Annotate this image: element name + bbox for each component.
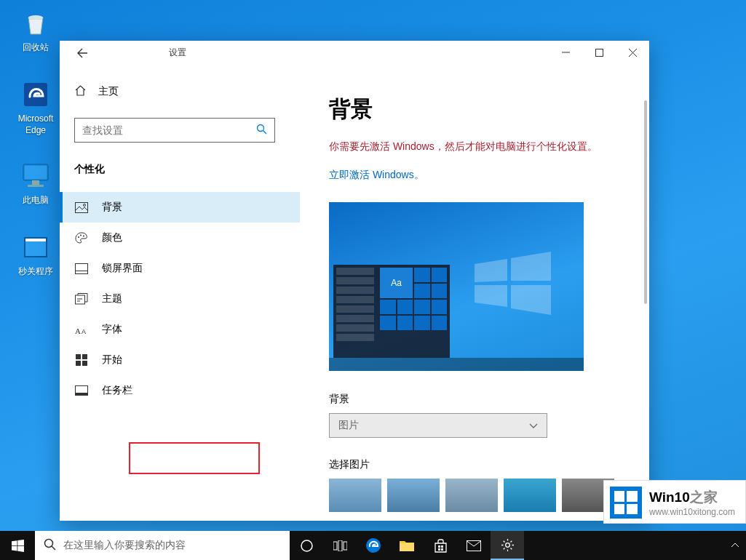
nav-lockscreen[interactable]: 锁屏界面: [60, 253, 300, 284]
palette-icon: [74, 231, 89, 244]
svg-point-39: [505, 543, 509, 547]
svg-rect-21: [76, 354, 81, 359]
svg-rect-4: [32, 180, 39, 185]
back-button[interactable]: [74, 45, 90, 61]
svg-rect-29: [333, 542, 337, 550]
svg-rect-35: [441, 545, 443, 548]
svg-point-27: [45, 540, 53, 548]
taskbar-explorer[interactable]: [390, 531, 424, 560]
svg-rect-17: [76, 271, 88, 273]
sidebar-section-title: 个性化: [60, 163, 300, 176]
svg-point-10: [258, 124, 264, 131]
svg-rect-11: [76, 202, 88, 212]
svg-rect-18: [76, 295, 85, 304]
background-dropdown-label: 背景: [329, 393, 620, 406]
nav-colors[interactable]: 颜色: [60, 223, 300, 253]
taskbar-edge[interactable]: [357, 531, 390, 560]
svg-rect-5: [28, 185, 44, 187]
svg-rect-33: [400, 543, 414, 551]
lockscreen-icon: [74, 262, 89, 275]
windows-taskbar: 在这里输入你要搜索的内容: [0, 531, 746, 560]
desktop-sec-close[interactable]: 秒关程序: [7, 231, 64, 278]
monitor-icon: [20, 160, 52, 192]
svg-rect-24: [82, 361, 87, 366]
windows-logo-art: [467, 246, 555, 319]
start-button[interactable]: [0, 531, 35, 560]
svg-point-15: [83, 236, 84, 237]
activation-warning: 你需要先激活 Windows，然后才能对电脑进行个性化设置。: [329, 140, 620, 153]
fonts-icon: AA: [74, 323, 89, 336]
svg-point-28: [301, 540, 312, 551]
taskbar-icon: [74, 384, 89, 397]
recycle-bin-icon: [20, 7, 52, 39]
maximize-button[interactable]: [582, 41, 616, 64]
svg-rect-34: [438, 545, 440, 548]
minimize-button[interactable]: [549, 41, 582, 64]
watermark: Win10之家 www.win10xitong.com: [603, 480, 746, 524]
picture-thumb[interactable]: [445, 479, 498, 512]
background-dropdown[interactable]: 图片: [329, 413, 547, 438]
close-button[interactable]: [616, 41, 649, 64]
themes-icon: [74, 292, 89, 305]
window-title: 设置: [169, 47, 186, 59]
picture-thumb[interactable]: [504, 479, 556, 512]
picture-icon: [74, 201, 89, 214]
settings-sidebar: 主页 个性化 背景 颜色 锁屏界面 主题: [60, 64, 300, 521]
svg-rect-7: [25, 241, 46, 256]
tray-overflow[interactable]: [724, 531, 746, 560]
svg-text:A: A: [82, 328, 86, 335]
search-icon: [256, 124, 267, 137]
edge-icon: [20, 79, 52, 111]
activate-link[interactable]: 立即激活 Windows。: [329, 169, 424, 182]
svg-rect-22: [82, 354, 87, 359]
svg-text:A: A: [75, 327, 81, 335]
svg-point-0: [28, 15, 43, 20]
taskbar-store[interactable]: [424, 531, 457, 560]
picture-thumbnails: [329, 479, 620, 512]
svg-rect-8: [25, 239, 46, 241]
nav-taskbar[interactable]: 任务栏: [60, 375, 300, 406]
taskbar-cortana[interactable]: [290, 531, 323, 560]
taskbar-mail[interactable]: [457, 531, 491, 560]
svg-rect-36: [438, 548, 440, 551]
svg-point-12: [84, 204, 86, 206]
desktop-edge[interactable]: Microsoft Edge: [7, 79, 64, 136]
svg-rect-9: [595, 49, 603, 56]
settings-search[interactable]: [74, 118, 275, 143]
chevron-down-icon: [529, 420, 538, 431]
start-icon: [74, 353, 89, 367]
picture-thumb[interactable]: [329, 479, 381, 512]
svg-rect-37: [441, 548, 443, 551]
svg-rect-26: [76, 393, 88, 396]
svg-rect-16: [76, 263, 88, 273]
svg-rect-3: [25, 166, 47, 179]
desktop-recycle-bin[interactable]: 回收站: [7, 7, 64, 54]
svg-rect-31: [344, 542, 347, 550]
background-preview: Aa: [329, 202, 584, 371]
svg-rect-30: [338, 540, 342, 551]
home-link[interactable]: 主页: [60, 79, 300, 105]
nav-start[interactable]: 开始: [60, 345, 300, 375]
nav-background[interactable]: 背景: [60, 192, 300, 223]
desktop-this-pc[interactable]: 此电脑: [7, 160, 64, 207]
nav-fonts[interactable]: AA 字体: [60, 314, 300, 345]
watermark-logo: [610, 487, 642, 519]
taskbar-search[interactable]: 在这里输入你要搜索的内容: [35, 531, 290, 560]
settings-content: 背景 你需要先激活 Windows，然后才能对电脑进行个性化设置。 立即激活 W…: [300, 64, 649, 521]
svg-point-14: [80, 235, 82, 236]
choose-picture-label: 选择图片: [329, 458, 620, 471]
search-icon: [44, 538, 56, 553]
svg-rect-23: [76, 361, 81, 366]
preview-start-menu: Aa: [333, 265, 450, 358]
search-input[interactable]: [82, 124, 256, 136]
home-icon: [74, 84, 87, 99]
page-heading: 背景: [329, 95, 620, 124]
taskbar-settings-active[interactable]: [491, 531, 524, 560]
content-scrollbar[interactable]: [644, 100, 647, 304]
app-icon: [20, 231, 52, 263]
settings-window: 设置 主页 个性化 背景 颜色 锁: [60, 41, 649, 521]
taskbar-taskview[interactable]: [323, 531, 357, 560]
svg-point-13: [78, 236, 79, 238]
nav-themes[interactable]: 主题: [60, 284, 300, 314]
picture-thumb[interactable]: [387, 479, 440, 512]
